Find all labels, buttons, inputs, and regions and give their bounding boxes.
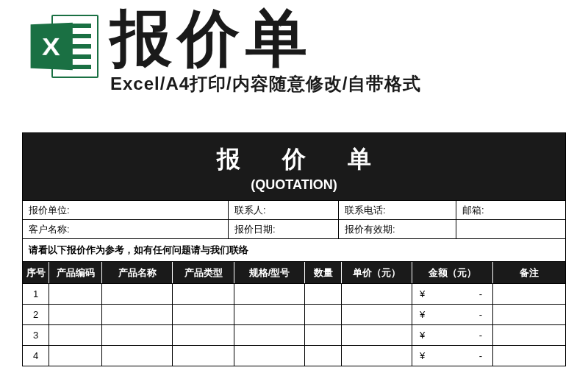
meta-blank bbox=[456, 220, 565, 238]
meta-quoting-unit: 报价单位: bbox=[23, 201, 229, 219]
quotation-document: 报 价 单 (QUOTATION) 报价单位: 联系人: 联系电话: 邮箱: 客… bbox=[22, 132, 566, 366]
cell-amt: ¥- bbox=[412, 346, 493, 366]
table-row: 1¥- bbox=[23, 283, 565, 304]
note-row: 请看以下报价作为参考，如有任何问题请与我们联络 bbox=[23, 238, 565, 261]
meta-row-2: 客户名称: 报价日期: 报价有效期: bbox=[23, 219, 565, 238]
cell-price bbox=[342, 284, 412, 304]
cell-type bbox=[173, 325, 234, 345]
cell-rem bbox=[493, 346, 565, 366]
cell-price bbox=[342, 325, 412, 345]
cell-name bbox=[102, 346, 173, 366]
col-code: 产品编码 bbox=[49, 262, 102, 283]
cell-name bbox=[102, 284, 173, 304]
cell-type bbox=[173, 284, 234, 304]
meta-quote-date: 报价日期: bbox=[229, 220, 339, 238]
col-qty: 数量 bbox=[305, 262, 342, 283]
cell-spec bbox=[234, 305, 305, 324]
table-row: 2¥- bbox=[23, 304, 565, 324]
table-row: 4¥- bbox=[23, 345, 565, 366]
cell-rem bbox=[493, 305, 565, 324]
cell-price bbox=[342, 346, 412, 366]
cell-name bbox=[102, 325, 173, 345]
cell-seq: 2 bbox=[23, 305, 49, 324]
col-rem: 备注 bbox=[493, 262, 565, 283]
cell-seq: 1 bbox=[23, 284, 49, 304]
cell-amt: ¥- bbox=[412, 284, 493, 304]
table-row: 3¥- bbox=[23, 324, 565, 345]
cell-qty bbox=[305, 284, 342, 304]
cell-qty bbox=[305, 325, 342, 345]
cell-code bbox=[49, 305, 102, 324]
table-header: 序号 产品编码 产品名称 产品类型 规格/型号 数量 单价（元） 金额（元） 备… bbox=[23, 261, 565, 283]
cell-spec bbox=[234, 284, 305, 304]
cell-type bbox=[173, 305, 234, 324]
cell-price bbox=[342, 305, 412, 324]
meta-valid: 报价有效期: bbox=[339, 220, 456, 238]
cell-rem bbox=[493, 325, 565, 345]
cell-amt: ¥- bbox=[412, 305, 493, 324]
meta-customer: 客户名称: bbox=[23, 220, 229, 238]
meta-email: 邮箱: bbox=[456, 201, 565, 219]
cell-code bbox=[49, 284, 102, 304]
cell-seq: 3 bbox=[23, 325, 49, 345]
col-spec: 规格/型号 bbox=[234, 262, 305, 283]
cell-spec bbox=[234, 346, 305, 366]
col-price: 单价（元） bbox=[342, 262, 412, 283]
cell-code bbox=[49, 346, 102, 366]
meta-row-1: 报价单位: 联系人: 联系电话: 邮箱: bbox=[23, 200, 565, 219]
col-seq: 序号 bbox=[23, 262, 49, 283]
cell-rem bbox=[493, 284, 565, 304]
cell-type bbox=[173, 346, 234, 366]
sub-title: Excel/A4打印/内容随意修改/自带格式 bbox=[110, 72, 559, 96]
col-amt: 金额（元） bbox=[412, 262, 493, 283]
title-block: 报价单 Excel/A4打印/内容随意修改/自带格式 bbox=[110, 7, 559, 96]
meta-phone: 联系电话: bbox=[339, 201, 456, 219]
col-type: 产品类型 bbox=[173, 262, 234, 283]
excel-icon: X bbox=[29, 12, 98, 81]
col-name: 产品名称 bbox=[102, 262, 173, 283]
cell-amt: ¥- bbox=[412, 325, 493, 345]
promo-header: X 报价单 Excel/A4打印/内容随意修改/自带格式 bbox=[0, 0, 588, 96]
cell-qty bbox=[305, 346, 342, 366]
doc-title-en: (QUOTATION) bbox=[23, 177, 565, 193]
main-title: 报价单 bbox=[110, 7, 559, 69]
cell-code bbox=[49, 325, 102, 345]
cell-qty bbox=[305, 305, 342, 324]
doc-title-cn: 报 价 单 bbox=[23, 143, 565, 176]
cell-name bbox=[102, 305, 173, 324]
cell-seq: 4 bbox=[23, 346, 49, 366]
cell-spec bbox=[234, 325, 305, 345]
meta-contact: 联系人: bbox=[229, 201, 339, 219]
excel-x-letter: X bbox=[42, 32, 60, 61]
doc-header: 报 价 单 (QUOTATION) bbox=[23, 133, 565, 200]
